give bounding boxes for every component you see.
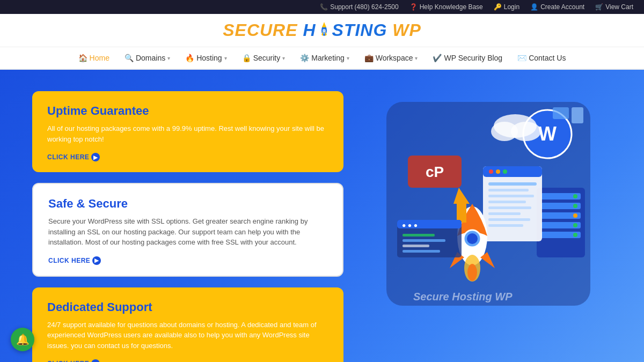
login-icon: 🔑 <box>494 3 502 11</box>
site-logo[interactable]: SECURE H STING WP <box>223 20 421 40</box>
marketing-icon: ⚙️ <box>300 54 309 62</box>
svg-rect-30 <box>488 201 526 203</box>
help-knowledge-base-link[interactable]: ❓ Help Knowledge Base <box>409 3 483 11</box>
uptime-guarantee-text: All of our hosting packages come with a … <box>47 123 328 144</box>
logo-rocket-icon <box>317 21 332 40</box>
logo-wp-text: WP <box>392 20 421 40</box>
svg-point-19 <box>573 213 577 218</box>
nav-workspace[interactable]: 💼 Workspace ▾ <box>358 47 425 69</box>
nav-domains[interactable]: 🔍 Domains ▾ <box>118 47 177 69</box>
svg-rect-27 <box>488 182 537 186</box>
hero-content: Uptime Guarantee All of our hosting pack… <box>0 91 644 362</box>
hero-section: Uptime Guarantee All of our hosting pack… <box>0 70 644 362</box>
safe-secure-cta[interactable]: CLICK HERE ▶ <box>48 256 101 265</box>
svg-rect-48 <box>572 107 583 123</box>
svg-point-3 <box>323 29 326 32</box>
chevron-down-icon: ▾ <box>347 55 349 61</box>
nav-home[interactable]: 🏠 Home <box>72 47 116 69</box>
login-link[interactable]: 🔑 Login <box>494 3 519 11</box>
logo-hosting-text: H <box>303 20 316 40</box>
arrow-circle-icon: ▶ <box>92 256 101 265</box>
home-icon: 🏠 <box>78 54 87 62</box>
svg-point-21 <box>573 233 577 237</box>
main-nav: 🏠 Home 🔍 Domains ▾ 🔥 Hosting ▾ 🔒 Securit… <box>0 47 644 70</box>
svg-point-25 <box>496 169 500 174</box>
svg-rect-32 <box>488 212 521 215</box>
logo-secure-text: SECURE <box>223 20 297 40</box>
view-cart-link[interactable]: 🛒 View Cart <box>595 3 633 11</box>
phone-icon: 📞 <box>320 3 328 11</box>
arrow-circle-icon: ▶ <box>91 153 100 161</box>
site-header: SECURE H STING WP <box>0 14 644 47</box>
create-account-link[interactable]: 👤 Create Account <box>530 3 584 11</box>
svg-point-46 <box>511 122 541 141</box>
chevron-down-icon: ▾ <box>224 55 227 61</box>
blog-icon: ✔️ <box>433 54 442 62</box>
help-icon: ❓ <box>409 3 418 11</box>
svg-rect-43 <box>457 204 466 223</box>
svg-text:● ● ●: ● ● ● <box>402 223 418 228</box>
bell-icon: 🔔 <box>16 333 30 346</box>
svg-rect-47 <box>553 107 569 119</box>
svg-rect-53 <box>402 239 445 242</box>
hosting-icon: 🔥 <box>185 54 194 62</box>
safe-secure-title: Safe & Secure <box>48 197 327 211</box>
nav-security[interactable]: 🔒 Security ▾ <box>236 47 292 69</box>
hero-illustration: W cP <box>365 91 612 316</box>
svg-rect-31 <box>488 206 531 209</box>
svg-text:Secure Hosting WP: Secure Hosting WP <box>413 291 513 302</box>
safe-secure-card: Safe & Secure Secure your WordPress site… <box>32 183 343 277</box>
svg-text:W: W <box>538 123 557 145</box>
safe-secure-text: Secure your WordPress site with SSL opti… <box>48 216 327 248</box>
svg-rect-22 <box>483 166 542 241</box>
svg-marker-1 <box>322 22 326 27</box>
chevron-down-icon: ▾ <box>415 55 418 61</box>
dedicated-support-card: Dedicated Support 24/7 support available… <box>32 287 343 363</box>
top-bar: 📞 Support (480) 624-2500 ❓ Help Knowledg… <box>0 0 644 14</box>
notification-bell[interactable]: 🔔 <box>11 328 34 351</box>
user-icon: 👤 <box>530 3 538 11</box>
dedicated-support-cta[interactable]: CLICK HERE ▶ <box>47 359 100 362</box>
nav-marketing[interactable]: ⚙️ Marketing ▾ <box>294 47 355 69</box>
uptime-guarantee-card: Uptime Guarantee All of our hosting pack… <box>32 91 343 172</box>
uptime-guarantee-cta[interactable]: CLICK HERE ▶ <box>47 153 100 161</box>
svg-rect-52 <box>402 234 435 237</box>
svg-point-26 <box>503 169 507 174</box>
svg-rect-34 <box>488 224 523 227</box>
svg-point-20 <box>573 223 577 227</box>
svg-text:cP: cP <box>426 164 444 180</box>
security-icon: 🔒 <box>242 54 251 62</box>
domains-icon: 🔍 <box>125 54 134 62</box>
svg-point-18 <box>573 204 577 208</box>
chevron-down-icon: ▾ <box>282 55 285 61</box>
dedicated-support-text: 24/7 support available for questions abo… <box>47 320 328 351</box>
svg-point-17 <box>573 194 577 198</box>
svg-point-41 <box>467 264 477 281</box>
hero-cards: Uptime Guarantee All of our hosting pack… <box>32 91 343 362</box>
logo-sting-text: STING <box>332 20 387 40</box>
svg-rect-29 <box>488 195 534 197</box>
uptime-guarantee-title: Uptime Guarantee <box>47 104 328 118</box>
nav-wp-security-blog[interactable]: ✔️ WP Security Blog <box>426 47 509 69</box>
svg-point-37 <box>467 233 478 244</box>
support-phone-link[interactable]: 📞 Support (480) 624-2500 <box>320 3 398 11</box>
cart-icon: 🛒 <box>595 3 603 11</box>
svg-rect-33 <box>488 218 530 221</box>
dedicated-support-title: Dedicated Support <box>47 300 328 314</box>
svg-rect-55 <box>402 250 440 253</box>
arrow-circle-icon: ▶ <box>91 359 100 362</box>
nav-contact-us[interactable]: ✉️ Contact Us <box>511 47 572 69</box>
chevron-down-icon: ▾ <box>167 55 170 61</box>
nav-hosting[interactable]: 🔥 Hosting ▾ <box>179 47 233 69</box>
workspace-icon: 💼 <box>364 54 374 62</box>
email-icon: ✉️ <box>517 54 526 62</box>
svg-point-24 <box>489 169 493 174</box>
svg-rect-28 <box>488 189 529 191</box>
illustration-svg: W cP <box>376 91 601 316</box>
svg-rect-54 <box>402 245 429 247</box>
